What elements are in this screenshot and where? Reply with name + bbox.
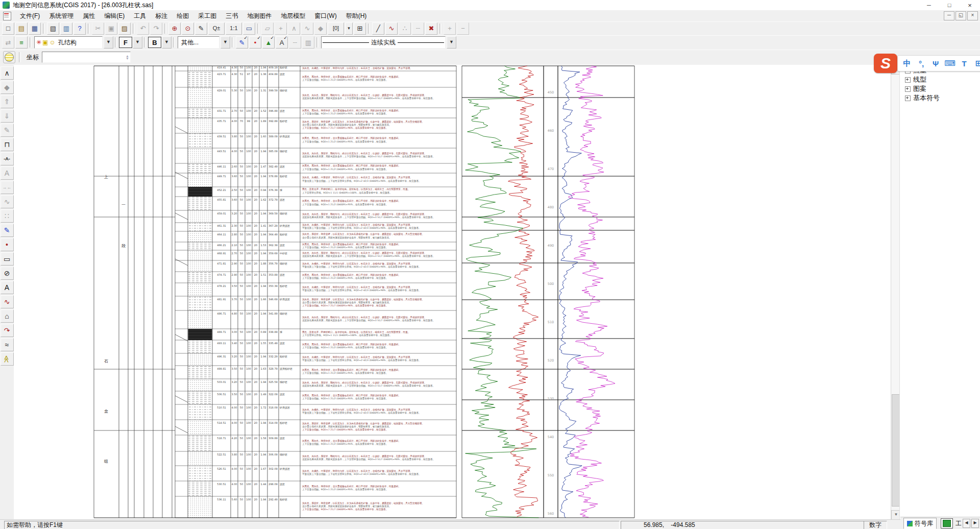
layer-dropdown-button[interactable]: ▾ [345,22,353,35]
sogou-logo-icon[interactable]: S [874,54,897,73]
skin-icon[interactable]: T [958,57,970,69]
line-style-combo[interactable]: 连续实线 [321,36,446,49]
window-copy-button[interactable]: ▱ [261,22,274,35]
front-color-dropdown[interactable]: ▼ [133,36,142,49]
measure-button[interactable]: ┄ [289,36,301,49]
minus-button[interactable]: − [457,22,469,35]
copy-button[interactable]: ▣ [105,22,117,35]
plus-button[interactable]: + [444,22,456,35]
save-button[interactable]: ▦ [29,22,41,35]
lasso-button[interactable]: ∿ [301,22,313,35]
text-button[interactable]: A [1,281,14,294]
zoom-scale-button[interactable]: Q± [208,22,225,35]
undo-button[interactable]: ↶ [137,22,149,35]
close-button[interactable]: × [960,1,980,10]
menu-item-1[interactable]: 文件(F) [15,10,44,21]
symbol-library-tab[interactable]: 符号库 [903,518,937,529]
toolbox-icon[interactable]: ⊞ [972,57,980,69]
other-combo[interactable]: 其他... [178,36,219,49]
structure-combo[interactable]: ✳▣☺孔结构 [34,36,103,49]
view-previous-button[interactable]: ∧ [1,66,14,80]
layers-button[interactable]: ≡ [15,36,28,49]
menu-item-6[interactable]: 标注 [151,10,172,21]
region-fill-button[interactable]: ◆ [1,81,14,94]
menu-item-11[interactable]: 地层模型 [276,10,310,21]
snap-point-button[interactable]: • [249,36,261,49]
cut-button[interactable]: ✂ [92,22,104,35]
delete-entity-button[interactable]: ✖ [425,22,437,35]
panel-scrollbar[interactable]: ▲ ▼ [891,65,900,519]
pin-draw-button[interactable]: ✎ [1,224,14,237]
pan-pen-button[interactable]: ✎ [195,22,207,35]
new-document-button[interactable]: □ [2,22,14,35]
text-dash-button[interactable]: -A- [1,152,14,165]
tab-scroll-left-button[interactable]: ◀ [963,519,970,528]
move-down-button[interactable]: ⇓ [1,109,14,123]
spinner-control[interactable]: ▲▼ [125,55,130,60]
actual-size-button[interactable]: 1:1 [226,22,242,35]
menu-item-7[interactable]: 绘图 [172,10,193,21]
curve-ab-button[interactable]: ∿ [1,195,14,208]
menu-item-9[interactable]: 三书 [221,10,242,21]
menu-item-5[interactable]: 工具 [129,10,151,21]
chevron-up-button[interactable]: ≪ [1,352,14,366]
polygon-button[interactable]: ⌂ [1,309,14,323]
zoom-in-button[interactable]: ⊕ [168,22,181,35]
menu-item-2[interactable]: 系统管理 [44,10,78,21]
move-up-button[interactable]: ⇑ [1,95,14,108]
layer-select-button[interactable]: [0] [328,22,344,35]
back-color-button[interactable]: B [148,37,161,48]
wave-button[interactable]: ≈ [1,338,14,351]
maximize-button[interactable]: □ [939,1,960,10]
drawing-canvas[interactable]: 419.414.3050100201.94409.19粉砂岩423.714.30… [14,65,891,519]
minimize-button[interactable]: ─ [919,1,939,10]
coordinate-mode-button[interactable] [3,51,15,63]
pattern-preview-button[interactable] [941,518,953,528]
print-button[interactable]: ▧ [47,22,59,35]
step-line-button[interactable]: ⊓ [1,138,14,151]
print-preview-button[interactable]: ▥ [60,22,72,35]
menu-item-4[interactable]: 编辑(E) [100,10,129,21]
expand-plus-icon[interactable] [905,95,911,101]
move-view-button[interactable]: + [275,22,287,35]
other-combo-dropdown[interactable]: ▼ [220,36,230,49]
draw-line-button[interactable]: ╱ [372,22,384,35]
expand-plus-icon[interactable] [905,77,911,83]
label-node-button[interactable]: A [1,166,14,180]
voice-input-icon[interactable]: Ψ [929,57,942,69]
punctuation-icon[interactable]: °, [915,57,927,69]
bars-button[interactable]: ▥ [302,36,314,49]
transform-button[interactable]: ⇄ [2,36,14,49]
rectangle-button[interactable]: ▭ [1,252,14,266]
node-edit-button[interactable]: ∴ [399,22,411,35]
zoom-out-button[interactable]: ⊙ [182,22,194,35]
polyline-button[interactable]: ∿ [1,295,14,308]
circle-button[interactable]: ⊘ [1,267,14,280]
select-points-button[interactable]: ∷ [1,209,14,223]
fill-region-button[interactable]: ◆ [314,22,327,35]
menu-item-10[interactable]: 地测图件 [242,10,276,21]
front-color-button[interactable]: F [119,37,132,48]
menu-item-3[interactable]: 属性 [78,10,100,21]
menu-item-12[interactable]: 窗口(W) [310,10,341,21]
child-minimize-button[interactable]: ─ [944,11,954,20]
fit-screen-button[interactable]: ▭ [243,22,255,35]
open-button[interactable]: ▤ [15,22,28,35]
menu-item-13[interactable]: 帮助(H) [341,10,372,21]
grid-button[interactable]: ⊞ [354,22,366,35]
menu-item-8[interactable]: 采工图 [193,10,221,21]
child-close-button[interactable]: × [967,11,978,20]
redo-button[interactable]: ↷ [150,22,162,35]
tab-scroll-right-button[interactable]: ▶ [971,519,979,528]
context-help-button[interactable]: ? [74,22,86,35]
open-curve-button[interactable]: ✎ [1,124,14,137]
align-nodes-button[interactable]: →← [1,181,14,194]
input-mode-chinese-icon[interactable]: 中 [901,57,913,69]
draw-polyline-button[interactable]: ∿ [385,22,398,35]
coordinate-input[interactable] [42,53,125,61]
break-line-button[interactable]: ┄ [412,22,424,35]
child-restore-button[interactable]: ◱ [955,11,966,20]
paste-button[interactable]: ▨ [118,22,131,35]
tree-item-3[interactable]: 图案 [900,84,980,93]
mirror-button[interactable]: ∧ [288,22,300,35]
